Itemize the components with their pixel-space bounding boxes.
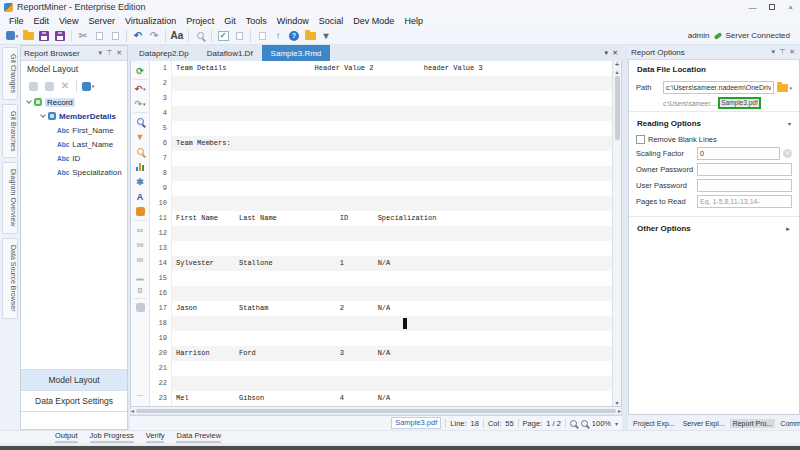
scroll-down-icon[interactable]: ▾	[615, 399, 618, 406]
editor-line-text[interactable]	[172, 151, 612, 166]
editor-line-text[interactable]: Sylvester Stallone 1 N/A	[172, 256, 612, 271]
vertical-scrollbar[interactable]: + ▴ ▾	[612, 61, 621, 406]
tab-close-icon[interactable]: ✕	[612, 49, 618, 57]
menu-git[interactable]: Git	[219, 16, 241, 26]
panel-pin-icon[interactable]: ⊤	[777, 48, 787, 56]
editor-line-text[interactable]	[172, 181, 612, 196]
open-icon[interactable]	[21, 29, 35, 43]
pages-to-read-input[interactable]	[697, 195, 792, 208]
menu-edit[interactable]: Edit	[29, 16, 55, 26]
panel-close-icon[interactable]: ✕	[787, 48, 797, 56]
help-icon[interactable]: ?	[287, 29, 301, 43]
menu-help[interactable]: Help	[399, 16, 428, 26]
editor-line-text[interactable]: Team Details Header Value 2 header Value…	[172, 61, 612, 76]
editor-line-text[interactable]	[172, 241, 612, 256]
tree-field-first-name[interactable]: AbcFirst_Name	[21, 123, 127, 137]
menu-virtualization[interactable]: Virtualization	[120, 16, 181, 26]
split-button[interactable]: +	[615, 61, 619, 68]
tab-list-icon[interactable]: ▾	[605, 49, 609, 57]
comment-icon[interactable]	[131, 300, 149, 315]
editor-line-text[interactable]	[172, 166, 612, 181]
reading-options-header[interactable]: Reading Options ▾	[629, 114, 799, 132]
menu-project[interactable]: Project	[181, 16, 219, 26]
tree-node-record[interactable]: Record	[21, 95, 127, 109]
zoom-dropdown-icon[interactable]: ▾	[615, 420, 618, 427]
editor-line-text[interactable]: Harrison Ford 3 N/A	[172, 346, 612, 361]
menu-social[interactable]: Social	[314, 16, 349, 26]
right-tab-project-exp[interactable]: Project Exp...	[630, 419, 678, 428]
tree-field-specialization[interactable]: AbcSpecialization	[21, 165, 127, 179]
editor-line-text[interactable]	[172, 91, 612, 106]
editor-line-text[interactable]: First Name Last Name ID Specialization	[172, 211, 612, 226]
paste-icon[interactable]	[108, 29, 122, 43]
preview-icon[interactable]	[131, 144, 149, 159]
recent-files-icon[interactable]	[303, 29, 317, 43]
other-options-header[interactable]: Other Options ►	[629, 219, 799, 237]
panel-dropdown-icon[interactable]: ▾	[97, 49, 105, 57]
remove-blank-lines-checkbox[interactable]	[636, 135, 645, 144]
editor-line-text[interactable]	[172, 286, 612, 301]
scroll-right-icon[interactable]: ▸	[618, 407, 621, 414]
left-panel-tab-model-layout[interactable]: Model Layout	[21, 369, 127, 390]
tree-field-last-name[interactable]: AbcLast_Name	[21, 137, 127, 151]
find-icon[interactable]	[193, 29, 207, 43]
brackets-pattern-icon[interactable]: []	[131, 282, 149, 297]
validate-icon[interactable]: ✓	[216, 29, 230, 43]
rail-tab-git-branches[interactable]: Git Branches	[2, 104, 18, 158]
underscore-pattern-icon[interactable]: ▁	[131, 267, 149, 282]
delete-node-icon[interactable]: ✕	[58, 79, 72, 93]
editor-line-text[interactable]	[172, 106, 612, 121]
tab-dataflow1-df[interactable]: Dataflow1.Df	[198, 45, 262, 61]
font-case-icon[interactable]: Aa	[170, 29, 184, 43]
vertical-scroll-thumb[interactable]	[615, 76, 620, 140]
save-icon[interactable]	[37, 29, 51, 43]
editor-line-text[interactable]	[172, 76, 612, 91]
editor-line-text[interactable]: Mel Gibson 4 N/A	[172, 391, 612, 406]
scroll-left-icon[interactable]: ◂	[131, 407, 134, 414]
right-tab-server-expl[interactable]: Server Expl...	[680, 419, 728, 428]
editor-line-text[interactable]	[172, 196, 612, 211]
editor-line-text[interactable]	[172, 121, 612, 136]
rail-tab-data-source-browser[interactable]: Data Source Browser	[2, 238, 18, 319]
user-password-input[interactable]	[697, 179, 792, 192]
zoom-in-icon[interactable]	[581, 420, 588, 427]
new-report-icon[interactable]: ▾	[5, 29, 19, 43]
refresh-icon[interactable]: ⟳	[131, 63, 149, 78]
chevron-down-icon[interactable]	[40, 112, 46, 118]
zoom-level[interactable]: 100%	[592, 419, 611, 428]
rail-tab-git-changes[interactable]: Git Changes	[2, 47, 18, 100]
select-field-icon[interactable]: ▼	[131, 129, 149, 144]
menu-tools[interactable]: Tools	[241, 16, 272, 26]
toolbar-overflow-icon[interactable]: ▾	[319, 29, 333, 43]
tab-sample3-rmd[interactable]: Sample3.Rmd	[262, 45, 331, 61]
owner-password-input[interactable]	[697, 163, 792, 176]
cut-icon[interactable]: ✂	[76, 29, 90, 43]
copy-icon[interactable]	[92, 29, 106, 43]
digit-range-icon[interactable]: 00	[131, 252, 149, 267]
panel-close-icon[interactable]: ✕	[114, 49, 124, 57]
redo-icon[interactable]: ↷	[147, 29, 161, 43]
chart-icon[interactable]	[131, 159, 149, 174]
editor-line-text[interactable]	[172, 331, 612, 346]
add-child-node-icon[interactable]	[42, 79, 56, 93]
menu-server[interactable]: Server	[83, 16, 120, 26]
editor-line-text[interactable]: Team Members:	[172, 136, 612, 151]
scaling-factor-input[interactable]	[697, 147, 780, 160]
editor-line-text[interactable]	[172, 376, 612, 391]
deploy-icon[interactable]: ↑	[271, 29, 285, 43]
panel-dropdown-icon[interactable]: ▾	[770, 48, 778, 56]
minimize-button[interactable]: —	[743, 0, 762, 14]
find-icon[interactable]	[131, 114, 149, 129]
editor-line-text[interactable]	[172, 316, 612, 331]
font-style-icon[interactable]: A	[131, 189, 149, 204]
compare-icon[interactable]	[232, 29, 246, 43]
tree-node-memberdetails[interactable]: MemberDetails	[21, 109, 127, 123]
right-tab-report-pro[interactable]: Report Pro...	[730, 419, 776, 428]
redo-icon[interactable]: ↷▾	[131, 96, 149, 111]
menu-dev-mode[interactable]: Dev Mode	[348, 16, 399, 26]
left-panel-tab-data-export-settings[interactable]: Data Export Settings	[21, 390, 127, 411]
attach-icon[interactable]	[255, 29, 269, 43]
panel-pin-icon[interactable]: ⊤	[104, 49, 114, 57]
editor-line-text[interactable]	[172, 226, 612, 241]
right-tab-command[interactable]: Command ...	[777, 419, 800, 428]
